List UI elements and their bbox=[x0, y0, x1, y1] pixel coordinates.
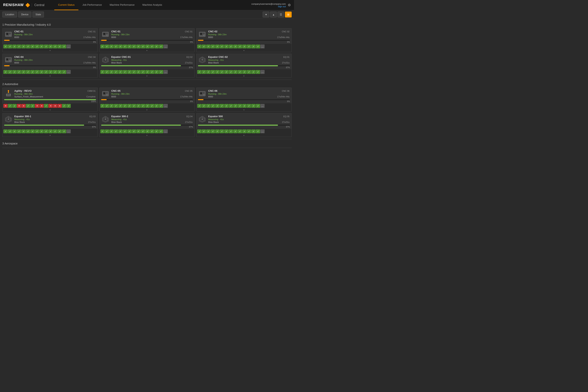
svg-point-68 bbox=[105, 118, 106, 120]
check-cell: ✓ bbox=[159, 104, 163, 108]
settings-icon[interactable]: ⚙ bbox=[288, 3, 291, 7]
card-value: Blisk Blank bbox=[111, 62, 122, 64]
state-button[interactable]: State bbox=[32, 12, 44, 18]
tab-job-performance[interactable]: Job Performance bbox=[78, 0, 106, 10]
machine-icon bbox=[198, 56, 206, 64]
check-cell: ✓ bbox=[44, 70, 48, 74]
check-cell: ✓ bbox=[242, 44, 246, 48]
check-cell: ✓ bbox=[136, 129, 141, 133]
card-status: Measuring - 41s bbox=[208, 118, 290, 120]
expand-row[interactable]: ▾ bbox=[196, 49, 292, 52]
check-cell: ✓ bbox=[150, 129, 154, 133]
expand-row[interactable]: ▾ bbox=[196, 74, 292, 78]
check-cell: ✓ bbox=[48, 70, 53, 74]
expand-row[interactable]: ▾ bbox=[100, 108, 195, 111]
svg-rect-51 bbox=[103, 94, 103, 95]
check-cell: ✓ bbox=[197, 129, 202, 133]
machine-icon bbox=[101, 30, 110, 38]
check-cell-more[interactable]: ... bbox=[164, 129, 168, 133]
check-cell: ✓ bbox=[202, 104, 206, 108]
machine-card: Equator CNC-01 EQ 02 Measuring - 41s Bli… bbox=[99, 54, 195, 78]
check-cell: ✓ bbox=[17, 70, 21, 74]
card-name-row: Equator 500 EQ 05 bbox=[208, 115, 290, 118]
card-value-row: 8000 17s/04m 44s bbox=[111, 96, 193, 98]
svg-rect-55 bbox=[203, 92, 204, 94]
check-cell: ✓ bbox=[146, 70, 150, 74]
check-cell-more[interactable]: ... bbox=[260, 104, 264, 108]
expand-row[interactable]: ▾ bbox=[100, 49, 195, 52]
card-status: Running - 06h 23m bbox=[111, 93, 193, 95]
svg-rect-27 bbox=[11, 60, 11, 61]
location-button[interactable]: Location bbox=[2, 12, 17, 18]
check-cell: ✓ bbox=[109, 44, 114, 48]
check-cell-more[interactable]: ... bbox=[66, 70, 71, 74]
sort-down-button[interactable]: ▾ bbox=[263, 12, 269, 18]
check-cell: ✓ bbox=[206, 104, 210, 108]
progress-pct: 6% bbox=[101, 100, 193, 102]
checks-row: ✓✓✓✓✓✓✓✓✓✓✓✓✓✓... bbox=[100, 44, 195, 49]
check-cell-more[interactable]: ... bbox=[260, 70, 264, 74]
check-cell: ✓ bbox=[58, 70, 62, 74]
machine-card: Equator 300-2 EQ 04 Measuring - 41s Blis… bbox=[99, 113, 195, 137]
check-cell: ✓ bbox=[105, 70, 109, 74]
check-cell-more[interactable]: ... bbox=[260, 44, 264, 48]
check-cell: ✓ bbox=[48, 129, 53, 133]
check-cell: ✓ bbox=[154, 104, 159, 108]
card-top: CNC-06 CNC 06 Running - 06h 23m 8000 17s… bbox=[196, 88, 292, 99]
grid-view-button[interactable]: ⊞ bbox=[285, 12, 292, 18]
svg-rect-9 bbox=[106, 33, 108, 34]
check-cell: ✓ bbox=[105, 104, 109, 108]
expand-row[interactable]: ▾ bbox=[196, 134, 292, 137]
check-cell-more[interactable]: ... bbox=[164, 70, 168, 74]
expand-row[interactable]: ▾ bbox=[100, 134, 195, 137]
check-cell: ✓ bbox=[100, 70, 105, 74]
checks-row: ✓✓✓✓✓✓✓✓✓✓✓✓✓✓... bbox=[2, 70, 98, 74]
check-cell-more[interactable]: ... bbox=[66, 44, 71, 48]
expand-row[interactable]: ▾ bbox=[2, 49, 98, 52]
check-cell: ✓ bbox=[150, 44, 154, 48]
machine-card: CNC-01 CNC 01 Running - 06h 23m 8000 17s… bbox=[2, 28, 98, 52]
check-cell-more[interactable]: ... bbox=[260, 129, 264, 133]
card-type: EQ 02 bbox=[186, 56, 192, 58]
check-cell-more[interactable]: ... bbox=[164, 104, 168, 108]
check-cell: ✓ bbox=[238, 70, 242, 74]
expand-row[interactable]: ▾ bbox=[2, 74, 98, 78]
check-cell: ✓ bbox=[8, 70, 12, 74]
check-cell: ✓ bbox=[211, 129, 215, 133]
tab-machine-analysis[interactable]: Machine Analysis bbox=[138, 0, 166, 10]
card-name-row: CNC-01 CNC 01 bbox=[14, 30, 96, 33]
checks-row: ✓✓✓✓✓✓✓✓✓✓✓✓✓✓... bbox=[100, 103, 195, 108]
header-right: company/username@company.com Sign out ⚙ bbox=[252, 2, 291, 8]
card-type: CMM 01 bbox=[88, 90, 96, 92]
expand-row[interactable]: ▾ bbox=[100, 74, 195, 78]
card-status: Measuring - 41s bbox=[14, 118, 96, 120]
expand-row[interactable]: ▾ bbox=[2, 134, 98, 137]
sign-out-link[interactable]: Sign out bbox=[252, 5, 286, 8]
card-top: CNC-02 CNC 02 Running - 06h 23m 8000 17s… bbox=[196, 28, 292, 40]
svg-rect-2 bbox=[9, 33, 11, 34]
check-cell: ✓ bbox=[35, 44, 39, 48]
card-value: 8000 bbox=[14, 62, 19, 64]
check-cell-more[interactable]: ... bbox=[164, 44, 168, 48]
tab-machine-performance[interactable]: Machine Performance bbox=[106, 0, 138, 10]
card-value: 8000 bbox=[208, 36, 213, 38]
progress-container: 87% bbox=[100, 124, 195, 129]
expand-row[interactable]: ▾ bbox=[2, 108, 98, 111]
sort-up-button[interactable]: ▴ bbox=[270, 12, 277, 18]
central-text: Central bbox=[32, 3, 44, 7]
progress-bar-fill bbox=[198, 65, 278, 66]
progress-container: 6% bbox=[100, 40, 195, 44]
expand-row[interactable]: ▾ bbox=[196, 108, 292, 111]
check-cell: ✓ bbox=[256, 70, 260, 74]
progress-container: 87% bbox=[2, 124, 98, 129]
check-cell: ✓ bbox=[202, 44, 206, 48]
tab-current-status[interactable]: Current Status bbox=[54, 0, 78, 10]
device-button[interactable]: Device bbox=[18, 12, 31, 18]
card-status: Running - 06h 23m bbox=[14, 59, 96, 61]
progress-bar-fill bbox=[4, 40, 10, 41]
check-cell-more[interactable]: ... bbox=[66, 129, 71, 133]
list-view-button[interactable]: ☰ bbox=[278, 12, 284, 18]
check-cell: ✓ bbox=[242, 129, 246, 133]
check-cell: ✓ bbox=[224, 104, 228, 108]
check-cell: ✓ bbox=[44, 104, 48, 108]
